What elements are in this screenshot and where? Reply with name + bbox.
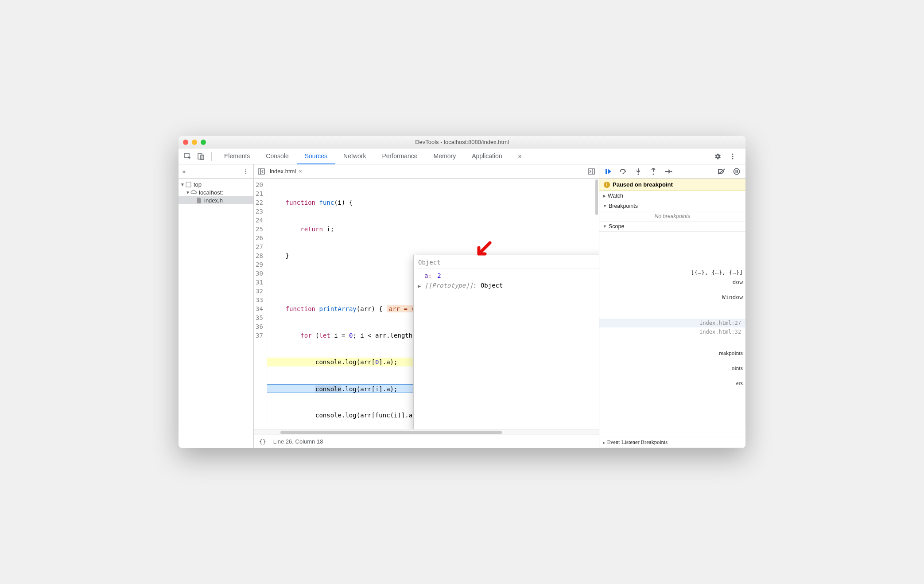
info-icon: i (604, 182, 610, 188)
tab-performance[interactable]: Performance (374, 148, 425, 164)
step-icon[interactable] (664, 167, 673, 176)
tree-file-row[interactable]: index.h (179, 196, 253, 204)
svg-point-17 (637, 173, 639, 175)
breakpoints-panel-header[interactable]: ▼ Breakpoints (599, 201, 745, 211)
svg-point-15 (622, 172, 624, 174)
navigator-pane: » ▼ top ▼ localhost: index.h (179, 164, 254, 448)
tab-console[interactable]: Console (258, 148, 296, 164)
gutter-line: 32 (256, 287, 263, 296)
panel-fragment: oints (732, 365, 743, 372)
chevron-down-icon: ▼ (603, 224, 607, 229)
tree-host-row[interactable]: ▼ localhost: (179, 188, 253, 196)
tab-elements[interactable]: Elements (216, 148, 258, 164)
code-line: function func(i) { (267, 198, 599, 207)
step-over-icon[interactable] (619, 167, 628, 176)
gutter-line: 36 (256, 322, 263, 331)
svg-rect-1 (198, 154, 202, 159)
close-window-button[interactable] (183, 140, 188, 145)
gutter-line: 26 (256, 234, 263, 242)
titlebar: DevTools - localhost:8080/index.html (179, 136, 745, 148)
svg-point-8 (245, 172, 246, 173)
callstack-row[interactable]: index.html:32 (599, 327, 745, 336)
svg-rect-24 (736, 170, 737, 173)
tab-memory[interactable]: Memory (426, 148, 464, 164)
resume-icon[interactable] (604, 167, 613, 176)
main-area: » ▼ top ▼ localhost: index.h (179, 164, 745, 448)
line-gutter: 20 21 22 23 24 25 26 27 28 29 30 31 32 3… (254, 179, 267, 429)
frame-icon (185, 181, 192, 188)
svg-point-4 (732, 156, 734, 157)
toolbar-right (712, 151, 742, 162)
panel-fragment: ers (736, 380, 743, 387)
svg-point-3 (732, 153, 734, 155)
gutter-line: 23 (256, 207, 263, 216)
debugger-pane: i Paused on breakpoint ▶ Watch ▼ Breakpo… (599, 164, 745, 448)
svg-point-23 (734, 168, 740, 174)
devtools-window: DevTools - localhost:8080/index.html Ele… (179, 136, 745, 448)
file-tab[interactable]: index.html × (270, 168, 302, 175)
settings-icon[interactable] (712, 151, 723, 162)
code-line: return i; (267, 225, 599, 234)
step-out-icon[interactable] (649, 167, 658, 176)
chevron-down-icon: ▼ (180, 182, 185, 187)
paused-banner-text: Paused on breakpoint (613, 181, 673, 188)
divider (211, 152, 212, 161)
deactivate-breakpoints-icon[interactable] (717, 167, 726, 176)
tabs-overflow[interactable]: » (510, 148, 530, 164)
navigator-kebab-icon[interactable] (242, 167, 250, 175)
scope-panel-header[interactable]: ▼ Scope (599, 222, 745, 232)
tree-host-label: localhost: (199, 189, 223, 196)
paused-banner: i Paused on breakpoint (599, 179, 745, 191)
svg-point-5 (732, 158, 734, 159)
code-editor[interactable]: 20 21 22 23 24 25 26 27 28 29 30 31 32 3… (254, 179, 599, 429)
minimize-window-button[interactable] (192, 140, 197, 145)
tab-network[interactable]: Network (335, 148, 374, 164)
cursor-position: Line 26, Column 18 (273, 438, 323, 445)
pretty-print-icon[interactable]: {} (259, 438, 266, 445)
chevron-down-icon: ▼ (603, 204, 607, 208)
panel-tabs: Elements Console Sources Network Perform… (216, 148, 710, 164)
scope-value-fragment: dow (733, 279, 743, 285)
watch-panel-header[interactable]: ▶ Watch (599, 191, 745, 201)
window-title: DevTools - localhost:8080/index.html (179, 139, 745, 145)
chevron-right-icon: ▶ (603, 194, 606, 198)
gutter-line: 33 (256, 296, 263, 304)
maximize-window-button[interactable] (201, 140, 206, 145)
scope-value-fragment: [{…}, {…}, {…}] (691, 269, 743, 276)
svg-rect-10 (258, 169, 264, 174)
step-into-icon[interactable] (634, 167, 643, 176)
callstack-row[interactable]: index.html:27 (599, 319, 745, 327)
svg-point-6 (245, 169, 246, 170)
tree-top-frame[interactable]: ▼ top (179, 180, 253, 188)
editor-pane: index.html × 20 21 22 23 24 25 26 27 (254, 164, 599, 448)
panel-fragment: reakpoints (719, 350, 743, 357)
navigator-header: » (179, 164, 253, 179)
event-listener-breakpoints-header[interactable]: ▶ Event Listener Breakpoints (599, 437, 745, 448)
popup-header: Object (418, 258, 599, 269)
kebab-menu-icon[interactable] (727, 151, 738, 162)
value-hover-popup: Object a: 2 ▶ [[Prototype]]: Object (413, 255, 599, 429)
watch-label: Watch (608, 193, 623, 199)
gutter-line: 34 (256, 304, 263, 313)
tab-application[interactable]: Application (464, 148, 510, 164)
navigator-overflow[interactable]: » (182, 167, 186, 175)
inspect-element-icon[interactable] (182, 151, 194, 162)
tree-top-label: top (194, 181, 202, 188)
vertical-scrollbar[interactable] (595, 179, 598, 215)
close-file-icon[interactable]: × (299, 168, 302, 175)
horizontal-scrollbar-track[interactable] (254, 429, 599, 435)
toggle-debugger-icon[interactable] (586, 167, 596, 176)
popup-property-row[interactable]: a: 2 (418, 271, 599, 280)
event-listener-label: Event Listener Breakpoints (607, 439, 668, 446)
horizontal-scrollbar-thumb[interactable] (280, 431, 502, 434)
pause-exceptions-icon[interactable] (732, 167, 741, 176)
tab-sources[interactable]: Sources (297, 148, 335, 164)
file-icon (195, 197, 202, 204)
editor-status-bar: {} Line 26, Column 18 (254, 435, 599, 448)
popup-prototype-row[interactable]: ▶ [[Prototype]]: Object (418, 280, 599, 291)
gutter-line: 35 (256, 313, 263, 322)
device-toolbar-icon[interactable] (195, 151, 207, 162)
annotation-arrow-icon (474, 241, 492, 258)
toggle-navigator-icon[interactable] (256, 167, 266, 176)
main-toolbar: Elements Console Sources Network Perform… (179, 148, 745, 164)
